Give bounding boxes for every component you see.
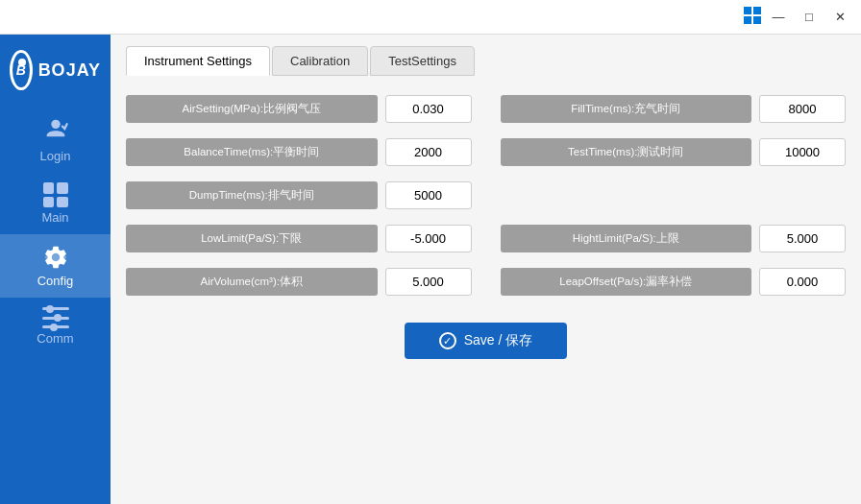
settings-form: AirSetting(MPa):比例阀气压 FillTime(ms):充气时间 … xyxy=(126,95,846,296)
fill-time-input[interactable] xyxy=(759,95,846,123)
logo-circle: B xyxy=(10,50,33,90)
form-row-balance-time: BalanceTime(ms):平衡时间 xyxy=(126,138,472,166)
form-row-leap-offset: LeapOffset(Pa/s):漏率补偿 xyxy=(501,268,847,296)
sidebar-item-main-label: Main xyxy=(41,210,68,225)
logo-text: BOJAY xyxy=(38,60,101,81)
air-volume-label: AirVolume(cm³):体积 xyxy=(126,268,378,296)
sidebar-item-comm-label: Comm xyxy=(37,331,73,346)
maximize-button[interactable]: □ xyxy=(796,7,823,28)
form-row-air-volume: AirVolume(cm³):体积 xyxy=(126,268,472,296)
balance-time-label: BalanceTime(ms):平衡时间 xyxy=(126,138,378,166)
fill-time-label: FillTime(ms):充气时间 xyxy=(501,95,752,123)
sidebar-item-login-label: Login xyxy=(40,149,71,163)
test-time-input[interactable] xyxy=(759,138,846,166)
main-content: Instrument Settings Calibration TestSett… xyxy=(111,35,861,504)
app-body: B BOJAY Login Main xyxy=(0,35,861,504)
low-limit-label: LowLimit(Pa/S):下限 xyxy=(126,225,378,252)
sidebar-item-config-label: Config xyxy=(37,274,74,288)
balance-time-input[interactable] xyxy=(385,138,472,166)
comm-icon xyxy=(42,307,69,328)
air-setting-input[interactable] xyxy=(385,95,472,123)
title-bar: — □ ✕ xyxy=(0,0,861,35)
save-area: ✓ Save / 保存 xyxy=(126,323,846,359)
tab-calibration[interactable]: Calibration xyxy=(272,46,368,76)
high-limit-input[interactable] xyxy=(759,225,846,252)
logo-area: B BOJAY xyxy=(0,42,111,106)
svg-point-0 xyxy=(51,120,60,129)
high-limit-label: HightLimit(Pa/S):上限 xyxy=(501,225,752,252)
tab-bar: Instrument Settings Calibration TestSett… xyxy=(126,46,846,76)
tab-test-settings[interactable]: TestSettings xyxy=(370,46,475,76)
grid-icon xyxy=(43,182,68,207)
form-row-fill-time: FillTime(ms):充气时间 xyxy=(501,95,847,123)
close-button[interactable]: ✕ xyxy=(826,7,853,28)
low-limit-input[interactable] xyxy=(385,225,472,252)
checkmark-icon: ✓ xyxy=(439,332,456,349)
window-controls: — □ ✕ xyxy=(744,7,853,28)
windows-icon xyxy=(744,7,761,24)
sidebar: B BOJAY Login Main xyxy=(0,35,111,504)
sidebar-item-main[interactable]: Main xyxy=(0,173,111,234)
leap-offset-input[interactable] xyxy=(759,268,846,296)
air-setting-label: AirSetting(MPa):比例阀气压 xyxy=(126,95,378,123)
form-row-high-limit: HightLimit(Pa/S):上限 xyxy=(501,225,847,252)
test-time-label: TestTime(ms):测试时间 xyxy=(501,138,752,166)
config-icon xyxy=(42,244,69,271)
tab-instrument-settings[interactable]: Instrument Settings xyxy=(126,46,270,76)
sidebar-item-config[interactable]: Config xyxy=(0,234,111,298)
sidebar-item-login[interactable]: Login xyxy=(0,106,111,173)
form-row-test-time: TestTime(ms):测试时间 xyxy=(501,138,847,166)
person-icon xyxy=(42,115,69,146)
form-row-air-setting: AirSetting(MPa):比例阀气压 xyxy=(126,95,472,123)
minimize-button[interactable]: — xyxy=(765,7,792,28)
logo-dot xyxy=(18,59,26,66)
dump-time-label: DumpTime(ms):排气时间 xyxy=(126,181,378,209)
sidebar-item-comm[interactable]: Comm xyxy=(0,298,111,355)
save-button-label: Save / 保存 xyxy=(464,332,533,349)
air-volume-input[interactable] xyxy=(385,268,472,296)
dump-time-input[interactable] xyxy=(385,181,472,209)
form-row-low-limit: LowLimit(Pa/S):下限 xyxy=(126,225,472,252)
leap-offset-label: LeapOffset(Pa/s):漏率补偿 xyxy=(501,268,752,296)
save-button[interactable]: ✓ Save / 保存 xyxy=(405,323,568,359)
form-row-dump-time: DumpTime(ms):排气时间 xyxy=(126,181,472,209)
